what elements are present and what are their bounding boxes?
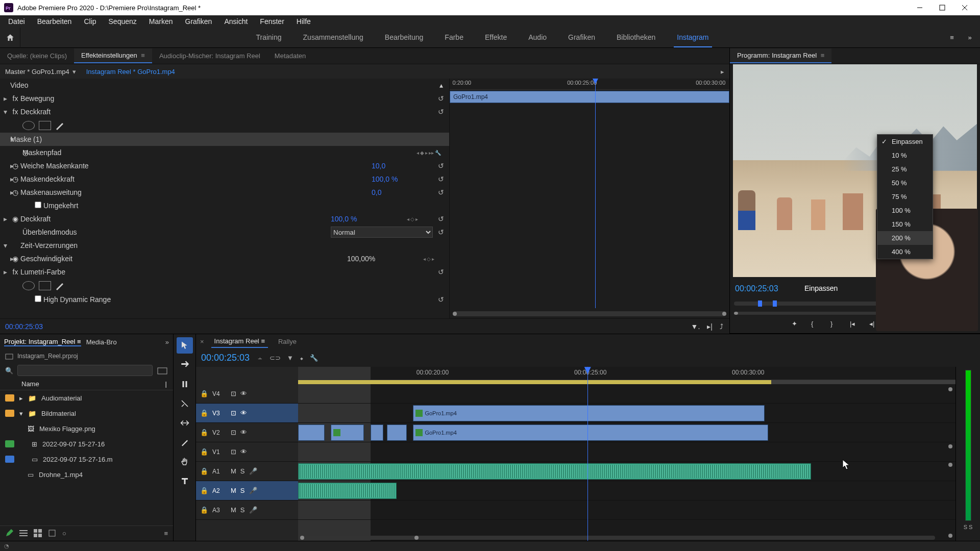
slip-tool[interactable]: [177, 415, 193, 431]
prop-lumetri[interactable]: Lumetri-Farbe: [20, 268, 433, 276]
add-marker-icon[interactable]: ✦: [792, 320, 802, 330]
ws-instagram[interactable]: Instagram: [674, 28, 712, 47]
pen-tool[interactable]: [177, 434, 193, 450]
razor-tool[interactable]: [177, 395, 193, 412]
track-header-v1[interactable]: 🔒V1⊡👁: [196, 442, 298, 462]
menu-marken[interactable]: Marken: [144, 16, 178, 27]
visibility-icon[interactable]: 👁: [240, 429, 247, 436]
clip-v2-a[interactable]: [298, 424, 325, 441]
program-time[interactable]: 00:00:25:03: [735, 284, 778, 293]
sort-icon[interactable]: ≡: [164, 530, 168, 537]
track-v2[interactable]: GoPro1.mp4: [298, 423, 955, 442]
workspace-overflow-icon[interactable]: »: [960, 34, 980, 41]
audio-clip-a2[interactable]: [298, 483, 397, 499]
sync-lock-icon[interactable]: ⊡: [231, 429, 236, 436]
fx-icon[interactable]: fx: [10, 268, 20, 276]
list-item[interactable]: 🖼Mexiko Flagge.png: [0, 421, 173, 436]
mini-scrollbar[interactable]: [453, 311, 726, 316]
collapse-icon[interactable]: ▸: [0, 94, 10, 103]
menu-ansicht[interactable]: Ansicht: [219, 16, 253, 27]
panel-menu-icon[interactable]: ≡: [261, 337, 265, 345]
list-item[interactable]: ▸📁Audiomaterial: [0, 390, 173, 406]
track-header-a3[interactable]: 🔒A3MS🎤: [196, 500, 298, 520]
menu-clip[interactable]: Clip: [79, 16, 101, 27]
settings-icon[interactable]: ⬥: [300, 354, 304, 362]
ws-bearbeitung[interactable]: Bearbeitung: [382, 28, 427, 47]
lock-icon[interactable]: 🔒: [200, 487, 208, 494]
lock-icon[interactable]: 🔒: [200, 390, 208, 397]
fx-icon[interactable]: fx: [10, 108, 20, 116]
track-v1[interactable]: [298, 442, 955, 462]
kf-add-icon[interactable]: ◆: [420, 150, 424, 156]
checkbox-umgekehrt[interactable]: Umgekehrt: [0, 202, 449, 210]
val-weiche[interactable]: 10,0: [372, 162, 433, 170]
icon-view-icon[interactable]: [34, 529, 42, 537]
val-geschw[interactable]: 100,00%: [347, 255, 408, 263]
zoom-option-10[interactable]: 10 %: [877, 148, 933, 162]
track-header-v2[interactable]: 🔒V2⊡👁: [196, 423, 298, 442]
hand-tool[interactable]: [177, 454, 193, 470]
stopwatch-icon[interactable]: ◷: [10, 162, 20, 170]
lock-icon[interactable]: 🔒: [200, 409, 208, 417]
timeline-time[interactable]: 00:00:25:03: [201, 353, 250, 363]
val-deckkraft2[interactable]: 100,0 %: [331, 215, 392, 223]
collapse-icon[interactable]: ▸: [0, 255, 10, 263]
timeline-tracks[interactable]: 00:00:20:00 00:00:25:00 00:00:30:00 GoPr…: [298, 367, 955, 541]
ellipse-mask-icon[interactable]: [22, 281, 35, 290]
effect-timeline[interactable]: 0:20:00 00:00:25:00 00:00:30:00 GoPro1.m…: [449, 79, 729, 318]
list-view-icon[interactable]: [19, 529, 28, 537]
kf-prev-icon[interactable]: ◂: [407, 216, 409, 222]
list-item[interactable]: ▭Drohne_1.mp4: [0, 467, 173, 482]
zoom-option-400[interactable]: 400 %: [877, 245, 933, 259]
ws-bibliotheken[interactable]: Bibliotheken: [614, 28, 658, 47]
stopwatch-icon[interactable]: ◷: [10, 175, 20, 183]
panel-menu-icon[interactable]: ≡: [141, 52, 145, 59]
scroll-handle-icon[interactable]: [453, 312, 457, 316]
in-marker-icon[interactable]: [758, 300, 762, 307]
tab-effect-settings[interactable]: Effekteinstellungen ≡: [74, 48, 152, 63]
col-name[interactable]: Name: [21, 380, 39, 388]
zoom-option-200[interactable]: 200 %: [877, 231, 933, 245]
list-item[interactable]: ▭2022-09-07 15-27-16.m: [0, 452, 173, 467]
menu-sequenz[interactable]: Sequenz: [104, 16, 142, 27]
menu-grafiken[interactable]: Grafiken: [180, 16, 217, 27]
reset-icon[interactable]: ↺: [433, 295, 449, 304]
ws-audio[interactable]: Audio: [525, 28, 550, 47]
prop-zeit[interactable]: Zeit-Verzerrungen: [20, 241, 449, 249]
kf-play-icon[interactable]: ▸▸: [429, 150, 434, 156]
home-button[interactable]: [0, 28, 20, 48]
list-item[interactable]: ▾📁Bildmaterial: [0, 406, 173, 421]
pen-mask-icon[interactable]: [55, 281, 65, 290]
clip-v2-c[interactable]: [371, 424, 384, 441]
stopwatch-icon[interactable]: ◷: [0, 148, 22, 157]
search-input[interactable]: [17, 365, 153, 376]
step-icon[interactable]: ▸|: [707, 322, 713, 331]
reset-icon[interactable]: ↺: [433, 268, 449, 276]
play-icon[interactable]: ▸: [721, 68, 724, 76]
type-tool[interactable]: [177, 473, 193, 489]
pencil-icon[interactable]: [5, 529, 13, 537]
scroll-handle-icon[interactable]: [734, 312, 738, 315]
clip-v3[interactable]: GoPro1.mp4: [413, 405, 765, 421]
sync-lock-icon[interactable]: ⊡: [231, 448, 236, 456]
rectangle-mask-icon[interactable]: [39, 281, 51, 290]
linked-selection-icon[interactable]: ⊂⊃: [270, 354, 281, 362]
ellipse-mask-icon[interactable]: [22, 121, 35, 130]
visibility-icon[interactable]: 👁: [240, 390, 247, 397]
hdr-checkbox[interactable]: [35, 295, 41, 302]
val-mausw[interactable]: 0,0: [372, 188, 433, 196]
mini-clip-bar[interactable]: GoPro1.mp4: [450, 91, 729, 103]
collapse-icon[interactable]: ▸: [0, 188, 10, 196]
track-a2[interactable]: [298, 481, 955, 500]
ws-grafiken[interactable]: Grafiken: [565, 28, 598, 47]
go-to-in-icon[interactable]: |◂: [850, 320, 860, 330]
stopwatch-icon[interactable]: ◉: [10, 255, 20, 263]
tab-rallye[interactable]: Rallye: [275, 336, 300, 347]
val-mdeck[interactable]: 100,0 %: [372, 175, 433, 183]
ws-effekte[interactable]: Effekte: [482, 28, 510, 47]
new-bin-icon[interactable]: [157, 366, 168, 375]
scroll-handle-icon[interactable]: [722, 312, 726, 316]
track-header-v4[interactable]: 🔒V4⊡👁: [196, 384, 298, 404]
zoom-option-75[interactable]: 75 %: [877, 190, 933, 204]
collapse-icon[interactable]: ▸: [0, 268, 10, 276]
